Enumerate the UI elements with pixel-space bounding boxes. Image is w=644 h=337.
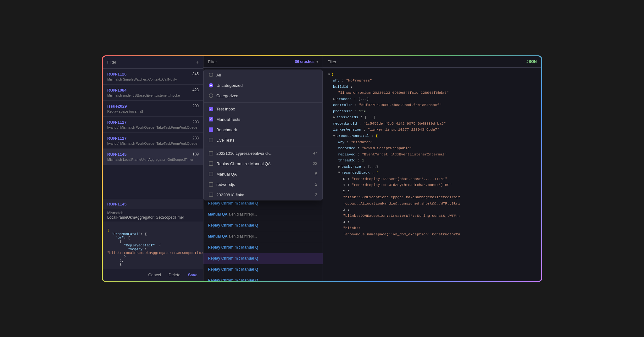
right-filter-label: Filter: [327, 59, 336, 64]
dropdown-count-flake: 2: [315, 193, 317, 197]
session-title: Manual QA alen.diaz@repl...: [208, 234, 318, 239]
runs-list: RUN-1126 845 Mismatch SimpleWatcher::Con…: [103, 69, 203, 199]
json-linkerversion: linkerVersion : "linker-linux-10277-2289…: [328, 126, 536, 133]
json-why: why : "NoProgress": [328, 77, 536, 84]
json-rs3-label: 3 :: [328, 207, 536, 213]
dropdown-option-redwoodjs[interactable]: redwoodjs 2: [204, 179, 322, 190]
dropdown-option-live-tests[interactable]: Live Tests: [204, 135, 322, 145]
json-process: ▶process : {...}: [328, 96, 536, 102]
run-item[interactable]: RUN-1127 233 [wandb] Mismatch WorkQueue:…: [103, 133, 203, 149]
dropdown-label-flake: 20220818 flake: [216, 193, 312, 197]
run-id: RUN-1126: [107, 72, 126, 76]
session-item[interactable]: Replay Chromim : Manual Q: [203, 220, 323, 231]
crash-badge[interactable]: 86 crashes ▾: [295, 59, 318, 64]
dropdown-label-benchmark: Benchmark: [216, 127, 317, 132]
checkbox-manual-qa: [209, 172, 213, 176]
cancel-button[interactable]: Cancel: [147, 272, 162, 278]
run-item-active[interactable]: RUN-1145 139 Mismatch LocalFrameUkmAggre…: [103, 149, 203, 165]
session-item[interactable]: Manual QA alen.diaz@repl...: [203, 231, 323, 242]
dropdown-option-manual-tests[interactable]: Manual Tests: [204, 114, 322, 125]
run-id: issue2029: [107, 104, 127, 109]
session-title: Replay Chromim : Manual Q: [208, 256, 318, 261]
add-icon[interactable]: +: [196, 59, 199, 65]
run-id: RUN-1084: [107, 88, 126, 93]
delete-button[interactable]: Delete: [167, 272, 182, 278]
dropdown-option-manual-qa[interactable]: Manual QA 5: [204, 169, 322, 179]
dropdown-count-replay-chromim: 22: [313, 161, 317, 166]
dropdown-option-categorized[interactable]: Categorized: [204, 91, 322, 101]
filter-dropdown: All Uncategorized Categorized Test Inbox: [203, 70, 323, 200]
checkbox-redwoodjs: [209, 182, 213, 187]
json-rs2-val: "blink::DOMException*.cppgc::MakeGarbage…: [328, 194, 536, 200]
dropdown-option-replay-chromim[interactable]: Replay Chromim : Manual QA 22: [204, 159, 322, 169]
run-item[interactable]: RUN-1126 845 Mismatch SimpleWatcher::Con…: [103, 69, 203, 85]
session-item[interactable]: Replay Chromim : Manual Q: [203, 264, 323, 275]
checkbox-live-tests: [209, 138, 213, 142]
dropdown-label-test-inbox: Test Inbox: [216, 107, 317, 111]
run-id: RUN-1127: [107, 120, 126, 125]
run-count: 139: [192, 152, 199, 156]
dropdown-option-flake[interactable]: 20220818 flake 2: [204, 190, 322, 200]
session-title: Replay Chromim : Manual Q: [208, 278, 318, 281]
run-count: 233: [192, 136, 199, 140]
editing-run-desc: Mismatch LocalFrameUkmAggregator::GetSco…: [103, 209, 203, 222]
run-desc: Mismatch SimpleWatcher::Context::CallNot…: [107, 77, 199, 81]
radio-categorized: [209, 93, 213, 98]
dropdown-label-redwoodjs: redwoodjs: [216, 182, 312, 187]
json-rs1: 1 : "recordreplay::NewIdAnyThread(char.c…: [328, 182, 536, 188]
crash-count: 86 crashes: [295, 59, 314, 64]
dropdown-divider-2: [204, 147, 322, 147]
run-id: RUN-1127: [107, 136, 126, 141]
run-item[interactable]: RUN-1127 293 [wandb] Mismatch WorkQueue:…: [103, 117, 203, 133]
dropdown-option-benchmark[interactable]: Benchmark: [204, 125, 322, 135]
editing-section: RUN-1145 Mismatch LocalFrameUkmAggregato…: [103, 199, 203, 281]
dropdown-label-cypress-1: 20221016 cypress-realworld-...: [216, 151, 310, 156]
middle-filter-label: Filter: [208, 59, 217, 64]
run-desc: Mismatch under JSBasedEventListener::Inv…: [107, 93, 199, 97]
json-pnf-why: why : "Mismatch": [328, 139, 536, 145]
json-recordingid: recordingId : "1c5452de-f5b5-4142-9075-0…: [328, 121, 536, 127]
json-root-open: ▼{: [328, 71, 536, 78]
dropdown-label-live-tests: Live Tests: [216, 138, 317, 143]
json-label[interactable]: JSON: [526, 59, 537, 64]
checkbox-manual-tests: [209, 117, 213, 121]
session-item[interactable]: Manual QA alen.diaz@repl...: [203, 209, 323, 220]
editing-run-id: RUN-1145: [107, 202, 126, 206]
session-item-active[interactable]: Replay Chromim : Manual Q: [203, 253, 323, 264]
checkbox-test-inbox: [209, 107, 213, 111]
session-item[interactable]: Replay Chromim : Manual Q: [203, 275, 323, 281]
json-controlid-key: controlId : "d0f9770d-9680-4bc3-9b8d-fec…: [328, 102, 536, 108]
session-item[interactable]: Replay Chromim : Manual Q: [203, 242, 323, 253]
json-view: ▼{ why : "NoProgress" buildId : "linux-c…: [323, 68, 541, 281]
left-panel: Filter + RUN-1126 845 Mismatch SimpleWat…: [103, 56, 203, 281]
run-item[interactable]: issue2029 299 Replay space too small: [103, 101, 203, 117]
checkbox-cypress-1: [209, 151, 213, 155]
left-filter-label: Filter: [107, 60, 116, 65]
json-processid: processId : 159: [328, 108, 536, 115]
json-rs4-val: "blink::: [328, 225, 536, 231]
json-processnonfatal-open: ▼processNonFatal : {: [328, 133, 536, 139]
dropdown-label-all: All: [216, 73, 317, 77]
run-desc: [wandb] Mismatch WorkQueue::TakeTaskFrom…: [107, 126, 199, 129]
editing-run-header: RUN-1145: [103, 199, 203, 209]
dropdown-option-cypress-1[interactable]: 20221016 cypress-realworld-... 47: [204, 148, 322, 159]
dropdown-option-uncategorized[interactable]: Uncategorized: [204, 80, 322, 91]
bottom-actions: Cancel Delete Save: [103, 269, 203, 281]
checkbox-replay-chromim: [209, 161, 213, 166]
json-rs3-val: "blink::DOMException::Create(WTF::String…: [328, 213, 536, 219]
json-rs2-cont: (cppgc::AllocationHandle&,.unsigned.shor…: [328, 200, 536, 207]
chevron-down-icon: ▾: [316, 59, 318, 64]
session-title: Replay Chromim : Manual Q: [208, 201, 318, 205]
json-rs4-label: 4 :: [328, 219, 536, 225]
dropdown-option-test-inbox[interactable]: Test Inbox: [204, 104, 322, 114]
run-item[interactable]: RUN-1084 423 Mismatch under JSBasedEvent…: [103, 85, 203, 101]
dropdown-label-manual-tests: Manual Tests: [216, 117, 317, 122]
left-panel-header: Filter +: [103, 56, 203, 69]
dropdown-label-categorized: Categorized: [216, 93, 317, 98]
save-button[interactable]: Save: [187, 272, 199, 278]
json-rs4-cont: (anonymous.namespace)::v8_dom_exception:…: [328, 231, 536, 238]
dropdown-count-redwoodjs: 2: [315, 182, 317, 187]
code-editor[interactable]: { "ProcNonFatal": { "Or": [ { "ReplayedS…: [103, 222, 203, 269]
json-backtrace: ▶backtrace : {...}: [328, 164, 536, 170]
dropdown-option-all[interactable]: All: [204, 70, 322, 80]
